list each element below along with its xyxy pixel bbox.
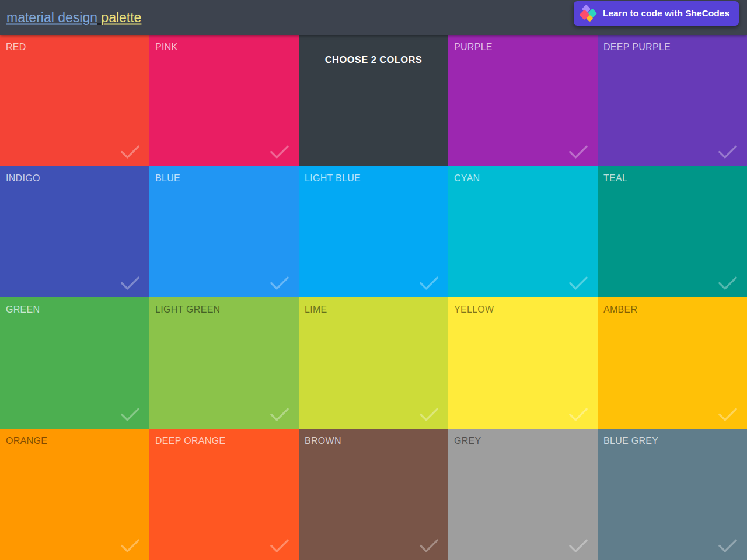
choose-colors-prompt-label: CHOOSE 2 COLORS (325, 54, 422, 65)
check-icon (568, 276, 588, 290)
check-icon (718, 276, 738, 290)
color-tile-label: LIGHT BLUE (305, 173, 361, 184)
color-tile-teal[interactable]: TEAL (598, 166, 747, 298)
color-tile-label: GREEN (6, 304, 40, 315)
shecodes-logo-icon (581, 6, 596, 22)
header: material design palette Learn to code wi… (0, 0, 747, 35)
check-icon (270, 145, 289, 159)
shecodes-badge[interactable]: Learn to code with SheCodes (574, 1, 739, 26)
color-tile-pink[interactable]: PINK (149, 35, 299, 166)
color-tile-green[interactable]: GREEN (0, 298, 149, 429)
color-tile-light-blue[interactable]: LIGHT BLUE (299, 166, 448, 298)
color-tile-label: BROWN (305, 436, 341, 446)
check-icon (419, 276, 439, 290)
color-tile-label: DEEP PURPLE (603, 42, 671, 52)
color-tile-yellow[interactable]: YELLOW (448, 298, 598, 429)
color-tile-blue[interactable]: BLUE (149, 166, 299, 298)
check-icon (270, 276, 289, 290)
check-icon (419, 407, 439, 422)
check-icon (568, 407, 588, 422)
check-icon (419, 538, 439, 553)
color-tile-label: BLUE (155, 173, 180, 184)
color-tile-grey[interactable]: GREY (448, 429, 598, 560)
check-icon (568, 145, 588, 159)
color-tile-label: INDIGO (6, 173, 40, 184)
color-tile-label: YELLOW (454, 304, 494, 315)
color-tile-light-green[interactable]: LIGHT GREEN (149, 298, 299, 429)
check-icon (120, 407, 140, 422)
color-tile-label: DEEP ORANGE (155, 436, 225, 446)
color-tile-red[interactable]: RED (0, 35, 149, 166)
color-tile-label: ORANGE (6, 436, 47, 446)
color-tile-label: RED (6, 42, 26, 52)
brand-link-palette[interactable]: palette (101, 10, 141, 25)
check-icon (718, 407, 738, 422)
color-tile-purple[interactable]: PURPLE (448, 35, 598, 166)
color-tile-label: TEAL (603, 173, 627, 184)
choose-colors-prompt-tile: CHOOSE 2 COLORS (299, 35, 448, 166)
color-tile-deep-orange[interactable]: DEEP ORANGE (149, 429, 299, 560)
color-tile-cyan[interactable]: CYAN (448, 166, 598, 298)
shecodes-badge-label: Learn to code with SheCodes (603, 8, 729, 19)
color-tile-label: AMBER (603, 304, 637, 315)
color-tile-lime[interactable]: LIME (299, 298, 448, 429)
color-tile-blue-grey[interactable]: BLUE GREY (598, 429, 747, 560)
check-icon (718, 538, 738, 553)
brand: material design palette (6, 10, 141, 26)
color-tile-label: CYAN (454, 173, 480, 184)
color-tile-deep-purple[interactable]: DEEP PURPLE (598, 35, 747, 166)
check-icon (120, 145, 140, 159)
palette-grid: RED PINK CHOOSE 2 COLORS PURPLE DEEP PUR… (0, 35, 747, 560)
color-tile-amber[interactable]: AMBER (598, 298, 747, 429)
color-tile-label: BLUE GREY (603, 436, 658, 446)
color-tile-indigo[interactable]: INDIGO (0, 166, 149, 298)
check-icon (120, 276, 140, 290)
check-icon (568, 538, 588, 553)
color-tile-label: LIME (305, 304, 327, 315)
color-tile-orange[interactable]: ORANGE (0, 429, 149, 560)
check-icon (270, 538, 289, 553)
color-tile-brown[interactable]: BROWN (299, 429, 448, 560)
color-tile-label: PINK (155, 42, 178, 52)
color-tile-label: GREY (454, 436, 481, 446)
color-tile-label: LIGHT GREEN (155, 304, 220, 315)
color-tile-label: PURPLE (454, 42, 493, 52)
check-icon (120, 538, 140, 553)
brand-link-material-design[interactable]: material design (6, 10, 97, 25)
check-icon (718, 145, 738, 159)
check-icon (270, 407, 289, 422)
